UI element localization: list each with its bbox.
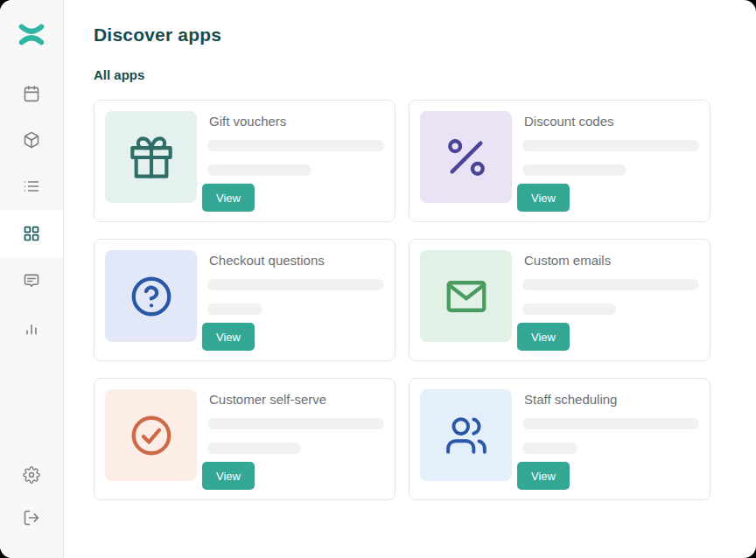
skeleton-line — [522, 140, 699, 151]
view-button[interactable]: View — [517, 462, 570, 490]
app-card-staff-scheduling[interactable]: Staff scheduling View — [409, 378, 710, 500]
app-card-checkout-questions[interactable]: Checkout questions View — [94, 239, 396, 361]
bar-chart-icon — [23, 319, 40, 337]
card-body: Discount codes View — [522, 111, 699, 211]
app-title: Discount codes — [522, 113, 699, 129]
skeleton-line — [207, 418, 384, 429]
sidebar-item-apps[interactable] — [0, 210, 63, 257]
app-card-discount-codes[interactable]: Discount codes View — [409, 100, 710, 222]
card-body: Staff scheduling View — [522, 389, 699, 489]
skeleton-line — [207, 140, 384, 151]
view-button[interactable]: View — [517, 184, 570, 212]
skeleton-line — [522, 303, 616, 315]
card-body: Checkout questions View — [207, 250, 384, 350]
sidebar-item-calendar[interactable] — [0, 70, 63, 117]
skeleton-line — [207, 279, 384, 290]
skeleton-line — [207, 164, 312, 176]
question-circle-icon — [128, 273, 175, 320]
card-body: Gift vouchers View — [207, 111, 384, 211]
app-card-gift-vouchers[interactable]: Gift vouchers View — [94, 100, 396, 222]
page-title: Discover apps — [94, 24, 756, 45]
skeleton-line — [207, 443, 301, 454]
gear-icon — [23, 466, 40, 484]
view-button[interactable]: View — [517, 323, 570, 351]
skeleton-line — [522, 279, 699, 290]
appointedd-logo — [0, 23, 63, 46]
list-icon — [23, 178, 40, 195]
app-title: Gift vouchers — [207, 113, 384, 129]
logout-icon — [23, 509, 40, 527]
skeleton-line — [207, 303, 262, 315]
percent-icon — [442, 133, 491, 182]
envelope-icon — [443, 273, 490, 320]
app-title: Checkout questions — [207, 252, 384, 269]
grid-icon — [23, 225, 40, 242]
package-icon — [23, 131, 40, 149]
sidebar-item-products[interactable] — [0, 116, 63, 164]
app-title: Custom emails — [522, 252, 699, 269]
app-card-customer-self-serve[interactable]: Customer self-serve View — [94, 378, 396, 500]
view-button[interactable]: View — [202, 184, 255, 212]
app-tile — [105, 111, 197, 203]
app-tile — [420, 250, 512, 342]
app-tile — [105, 250, 197, 342]
section-label-all-apps: All apps — [94, 67, 756, 82]
sidebar-item-analytics[interactable] — [0, 304, 63, 352]
apps-grid: Gift vouchers View Discount codes — [94, 100, 756, 500]
sidebar — [0, 0, 64, 558]
sidebar-item-messages[interactable] — [0, 257, 63, 304]
app-title: Customer self-serve — [207, 391, 384, 408]
app-tile — [105, 389, 197, 481]
view-button[interactable]: View — [202, 462, 255, 490]
sidebar-item-settings[interactable] — [0, 451, 63, 499]
chat-icon — [23, 272, 40, 289]
app-tile — [420, 111, 512, 203]
skeleton-line — [522, 418, 699, 429]
app-window: Discover apps All apps Gift vouchers — [0, 0, 756, 558]
gift-icon — [129, 135, 174, 180]
main-content: Discover apps All apps Gift vouchers — [64, 0, 756, 558]
view-button[interactable]: View — [202, 323, 255, 351]
card-body: Customer self-serve View — [207, 389, 384, 489]
sidebar-item-lists[interactable] — [0, 163, 63, 210]
card-body: Custom emails View — [522, 250, 699, 350]
app-tile — [420, 389, 512, 481]
app-card-custom-emails[interactable]: Custom emails View — [409, 239, 710, 361]
check-circle-icon — [128, 412, 175, 459]
app-title: Staff scheduling — [522, 391, 699, 408]
users-icon — [444, 414, 488, 457]
skeleton-line — [522, 443, 578, 454]
skeleton-line — [522, 164, 626, 176]
calendar-icon — [23, 85, 40, 102]
sidebar-item-logout[interactable] — [0, 494, 63, 541]
